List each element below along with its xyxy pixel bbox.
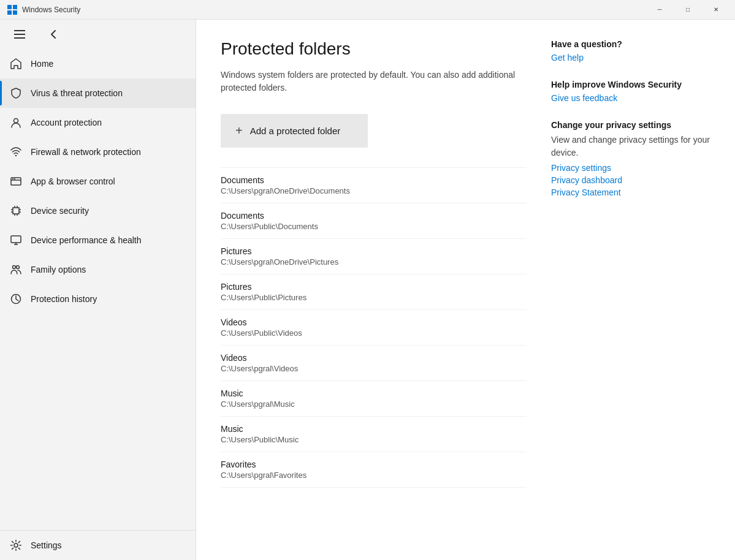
folder-path: C:\Users\pgral\Favorites xyxy=(221,471,527,480)
folder-name: Pictures xyxy=(221,282,527,292)
folder-name: Videos xyxy=(221,317,527,327)
sidebar-item-family[interactable]: Family options xyxy=(0,255,196,284)
close-button[interactable]: ✕ xyxy=(702,0,730,20)
plus-icon: + xyxy=(235,124,243,138)
sidebar-item-devicehealth[interactable]: Device performance & health xyxy=(0,225,196,255)
folder-list-item: Music C:\Users\Public\Music xyxy=(221,417,527,452)
get-help-link[interactable]: Get help xyxy=(551,53,710,62)
shield-icon xyxy=(10,87,22,99)
sidebar-item-firewall[interactable]: Firewall & network protection xyxy=(0,137,196,167)
privacy-statement-link[interactable]: Privacy Statement xyxy=(551,187,710,197)
sidebar-label-appbrowser: App & browser control xyxy=(31,176,115,186)
svg-point-12 xyxy=(14,178,15,180)
sidebar-label-protectionhistory: Protection history xyxy=(31,294,97,304)
folder-name: Music xyxy=(221,388,527,398)
monitor-icon xyxy=(10,234,22,246)
clock-icon xyxy=(10,293,22,305)
folder-list-item: Videos C:\Users\pgral\Videos xyxy=(221,346,527,381)
family-icon xyxy=(10,263,22,276)
folder-list-item: Documents C:\Users\Public\Documents xyxy=(221,203,527,239)
sidebar-top xyxy=(0,20,196,49)
chip-icon xyxy=(10,205,22,217)
sidebar-item-home[interactable]: Home xyxy=(0,49,196,78)
minimize-button[interactable]: ─ xyxy=(646,0,674,20)
folder-list: Documents C:\Users\pgral\OneDrive\Docume… xyxy=(221,167,527,488)
sidebar: Home Virus & threat protection Account p… xyxy=(0,20,196,560)
folder-path: C:\Users\Public\Music xyxy=(221,435,527,444)
folder-list-item: Documents C:\Users\pgral\OneDrive\Docume… xyxy=(221,167,527,203)
privacy-description: View and change privacy settings for you… xyxy=(551,134,710,159)
titlebar: Windows Security ─ □ ✕ xyxy=(0,0,735,20)
folder-list-item: Videos C:\Users\Public\Videos xyxy=(221,310,527,346)
content-main: Protected folders Windows system folders… xyxy=(221,39,527,540)
sidebar-label-family: Family options xyxy=(31,265,86,274)
add-protected-folder-button[interactable]: + Add a protected folder xyxy=(221,114,368,148)
sidebar-label-devicesecurity: Device security xyxy=(31,206,89,216)
have-question-heading: Have a question? xyxy=(551,39,710,49)
page-description: Windows system folders are protected by … xyxy=(221,69,527,94)
folder-path: C:\Users\Public\Pictures xyxy=(221,293,527,302)
folder-list-item: Music C:\Users\pgral\Music xyxy=(221,381,527,417)
svg-point-7 xyxy=(14,119,18,123)
folder-name: Documents xyxy=(221,175,527,185)
person-icon xyxy=(10,116,22,129)
nav-list: Home Virus & threat protection Account p… xyxy=(0,49,196,314)
svg-rect-2 xyxy=(7,10,12,15)
sidebar-item-settings[interactable]: Settings xyxy=(0,531,196,560)
hamburger-icon xyxy=(14,30,25,39)
feedback-link[interactable]: Give us feedback xyxy=(551,93,710,103)
folder-list-item: Favorites C:\Users\pgral\Favorites xyxy=(221,452,527,488)
privacy-section: Change your privacy settings View and ch… xyxy=(551,120,710,197)
hamburger-button[interactable] xyxy=(7,22,32,47)
privacy-settings-link[interactable]: Privacy settings xyxy=(551,163,710,173)
privacy-heading: Change your privacy settings xyxy=(551,120,710,130)
improve-section: Help improve Windows Security Give us fe… xyxy=(551,80,710,103)
back-button[interactable] xyxy=(42,22,66,47)
sidebar-item-appbrowser[interactable]: App & browser control xyxy=(0,167,196,196)
folder-path: C:\Users\pgral\OneDrive\Pictures xyxy=(221,257,527,267)
svg-rect-3 xyxy=(13,10,17,15)
svg-rect-5 xyxy=(14,34,25,35)
app-container: Home Virus & threat protection Account p… xyxy=(0,20,735,560)
folder-path: C:\Users\pgral\Videos xyxy=(221,364,527,373)
folder-path: C:\Users\Public\Documents xyxy=(221,222,527,231)
svg-point-25 xyxy=(13,266,16,269)
settings-icon xyxy=(10,539,22,551)
wifi-icon xyxy=(10,146,22,158)
home-icon xyxy=(10,58,22,70)
settings-label: Settings xyxy=(31,540,62,550)
sidebar-item-virus[interactable]: Virus & threat protection xyxy=(0,78,196,108)
browser-icon xyxy=(10,175,22,187)
privacy-dashboard-link[interactable]: Privacy dashboard xyxy=(551,175,710,185)
have-question-section: Have a question? Get help xyxy=(551,39,710,62)
folder-name: Documents xyxy=(221,211,527,221)
svg-rect-0 xyxy=(7,5,12,9)
svg-point-26 xyxy=(17,266,20,269)
svg-rect-6 xyxy=(14,37,25,39)
sidebar-label-home: Home xyxy=(31,59,53,69)
folder-path: C:\Users\pgral\Music xyxy=(221,399,527,409)
folder-list-item: Pictures C:\Users\pgral\OneDrive\Picture… xyxy=(221,239,527,274)
maximize-button[interactable]: □ xyxy=(674,0,702,20)
svg-rect-4 xyxy=(14,30,25,31)
back-icon xyxy=(49,29,59,39)
sidebar-item-account[interactable]: Account protection xyxy=(0,108,196,137)
add-folder-label: Add a protected folder xyxy=(250,126,341,136)
sidebar-label-devicehealth: Device performance & health xyxy=(31,235,142,245)
sidebar-item-devicesecurity[interactable]: Device security xyxy=(0,196,196,225)
folder-name: Music xyxy=(221,424,527,434)
svg-rect-22 xyxy=(11,236,21,243)
main-content: Protected folders Windows system folders… xyxy=(196,20,735,560)
sidebar-item-protectionhistory[interactable]: Protection history xyxy=(0,284,196,314)
titlebar-left: Windows Security xyxy=(7,5,80,15)
svg-rect-13 xyxy=(13,208,19,214)
folder-name: Videos xyxy=(221,353,527,363)
folder-path: C:\Users\pgral\OneDrive\Documents xyxy=(221,186,527,195)
svg-rect-1 xyxy=(13,5,17,9)
sidebar-label-virus: Virus & threat protection xyxy=(31,88,123,98)
app-icon xyxy=(7,5,17,15)
sidebar-bottom: Settings xyxy=(0,530,196,560)
app-title: Windows Security xyxy=(22,6,80,14)
folder-list-item: Pictures C:\Users\Public\Pictures xyxy=(221,274,527,310)
sidebar-label-firewall: Firewall & network protection xyxy=(31,147,141,157)
